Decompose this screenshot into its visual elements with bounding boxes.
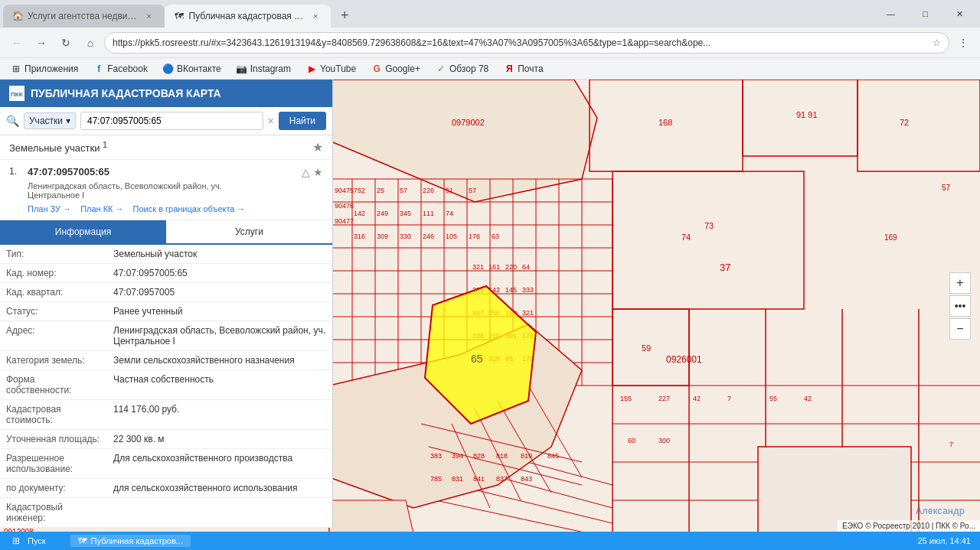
results-title: Земельные участки 1 [9,140,107,154]
search-boundaries-link[interactable]: Поиск в границах объекта → [133,204,246,213]
home-button[interactable]: ⌂ [80,32,101,54]
search-icon: 🔍 [6,115,19,127]
tab-information[interactable]: Информация [0,220,166,243]
bookmark-apps-label: Приложения [24,63,78,74]
plan-kk-link[interactable]: План КК → [80,204,123,213]
key-address: Адрес: [0,321,107,351]
search-clear-icon[interactable]: × [268,115,274,127]
search-type-dropdown[interactable]: Участки ▾ [24,112,76,129]
bookmark-instagram-label: Instagram [250,63,291,74]
address-bar[interactable]: https://pkk5.rosreestr.ru/#x=3423643.126… [104,32,949,54]
svg-text:25: 25 [377,187,384,194]
result-number: 1. [9,166,21,177]
back-button[interactable]: ← [6,32,28,54]
result-cadastral-number[interactable]: 47:07:0957005:65 [28,166,296,177]
svg-text:111: 111 [423,210,434,217]
tab2-favicon: 🗺 [174,11,185,21]
table-row: Кад. квартал: 47:07:0957005 [0,283,332,302]
search-bar: 🔍 Участки ▾ × Найти [0,107,332,135]
star-icon[interactable]: ★ [313,166,323,178]
info-content[interactable]: Тип: Земельный участок Кад. номер: 47:07… [0,245,332,528]
start-label[interactable]: Пуск [28,536,46,545]
apps-icon: ⊞ [11,63,21,74]
windows-start-icon[interactable]: ⊞ [9,534,23,548]
bookmark-facebook[interactable]: f Facebook [89,62,152,76]
triangle-icon[interactable]: △ [302,166,310,178]
tab-services[interactable]: Услуги [166,220,332,243]
svg-text:227: 227 [658,395,670,402]
svg-text:91  91: 91 91 [796,110,818,119]
bookmark-apps[interactable]: ⊞ Приложения [6,62,83,76]
val-cadastral-value: 114 176,00 руб. [107,400,332,430]
toolbar-right: ⋮ [952,32,974,54]
key-cadastral-value: Кадастровая стоимость: [0,400,107,430]
svg-text:843: 843 [521,475,532,483]
svg-text:63: 63 [492,233,499,240]
bookmark-obzor[interactable]: ✓ Обзор 78 [431,62,493,76]
forward-button[interactable]: → [31,32,52,54]
panel-header-title: ПУБЛИЧНАЯ КАДАСТРОВАЯ КАРТА [31,87,221,99]
menu-button[interactable]: ⋮ [952,32,974,54]
val-cadastral-num[interactable]: 47:07:0957005:65 [107,264,332,283]
panel-header: ПКК ПУБЛИЧНАЯ КАДАСТРОВАЯ КАРТА [0,80,332,107]
table-row: Категория земель: Земли сельскохозяйстве… [0,351,332,370]
svg-text:105: 105 [446,233,457,240]
svg-text:828: 828 [473,452,485,460]
tab1-title: Услуги агентства недви… [28,11,137,21]
val-cadastral-block[interactable]: 47:07:0957005 [107,283,332,302]
svg-text:37: 37 [720,262,730,273]
svg-text:321: 321 [472,263,484,271]
svg-text:249: 249 [377,210,388,217]
url-text: https://pkk5.rosreestr.ru/#x=3423643.126… [113,37,928,48]
info-table: Тип: Земельный участок Кад. номер: 47:07… [0,245,332,528]
instagram-icon: 📷 [237,63,247,74]
svg-text:90475: 90475 [335,187,354,194]
zoom-out-button[interactable]: − [949,318,971,340]
tab2-close[interactable]: × [309,10,322,22]
refresh-button[interactable]: ↻ [55,32,77,54]
tab-2[interactable]: 🗺 Публичная кадастровая … × [165,5,332,28]
table-row: Кадастровая стоимость: 114 176,00 руб. [0,400,332,430]
results-star-icon[interactable]: ★ [312,140,323,155]
bookmark-instagram[interactable]: 📷 Instagram [232,62,296,76]
info-tabs: Информация Услуги [0,220,332,245]
svg-text:309: 309 [377,233,388,240]
zoom-in-button[interactable]: + [949,272,971,294]
bookmark-googleplus[interactable]: G Google+ [367,62,425,76]
search-button[interactable]: Найти [279,112,326,130]
zoom-options-button[interactable]: ••• [949,295,971,317]
key-status: Статус: [0,302,107,321]
minimize-button[interactable]: — [874,0,908,28]
bookmark-googleplus-label: Google+ [385,63,420,74]
result-address: Ленинградская область, Всеволожский райо… [28,181,323,200]
svg-text:330: 330 [400,233,411,240]
taskbar-active-item[interactable]: 🗺 Публичная кадастров... [70,535,191,547]
svg-text:226: 226 [423,187,434,194]
bookmark-pochta-label: Почта [518,63,543,74]
plan-zu-link[interactable]: План ЗУ → [28,204,71,213]
tab1-close[interactable]: × [143,10,155,22]
search-input[interactable] [80,112,263,130]
taskbar-items: 🗺 Публичная кадастров... [70,535,191,547]
taskbar-item-label: Публичная кадастров... [91,536,183,545]
status-right: 25 июл, 14:41 [917,536,971,545]
new-tab-button[interactable]: + [334,5,355,26]
table-row: Тип: Земельный участок [0,245,332,264]
tab-1[interactable]: 🏠 Услуги агентства недви… × [3,5,165,28]
status-bar: ⊞ Пуск 🗺 Публичная кадастров... 25 июл, … [0,532,980,550]
svg-text:155: 155 [620,395,632,402]
bookmark-vk[interactable]: 🔵 ВКонтакте [158,62,226,76]
val-land-category: Земли сельскохозяйственного назначения [107,351,332,370]
content-area: 0979002 168 91 91 72 [0,80,980,532]
results-header: Земельные участки 1 ★ [0,135,332,160]
maximize-button[interactable]: □ [908,0,942,28]
browser-frame: 🏠 Услуги агентства недви… × 🗺 Публичная … [0,0,980,550]
tab1-favicon: 🏠 [12,11,23,21]
close-button[interactable]: ✕ [942,0,977,28]
svg-text:220: 220 [505,263,517,271]
bookmark-star-icon[interactable]: ☆ [933,37,941,48]
result-item-header: 1. 47:07:0957005:65 △ ★ [9,166,323,178]
bookmark-facebook-label: Facebook [107,63,148,74]
bookmark-youtube[interactable]: ▶ YouTube [302,62,361,76]
bookmark-pochta[interactable]: Я Почта [499,62,547,76]
